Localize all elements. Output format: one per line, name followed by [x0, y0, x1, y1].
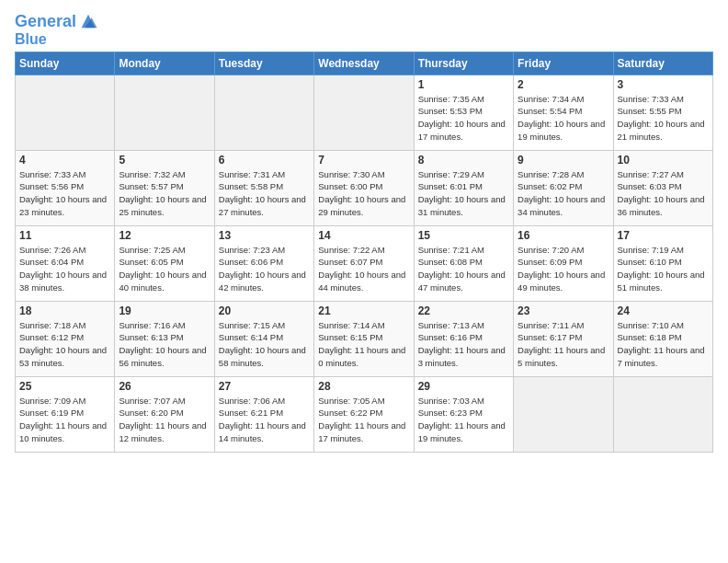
calendar-cell: 4 Sunrise: 7:33 AMSunset: 5:56 PMDayligh…: [16, 150, 115, 225]
calendar-cell: 20 Sunrise: 7:15 AMSunset: 6:14 PMDaylig…: [214, 301, 313, 376]
header-row: SundayMondayTuesdayWednesdayThursdayFrid…: [16, 52, 713, 75]
calendar-cell: 9 Sunrise: 7:28 AMSunset: 6:02 PMDayligh…: [514, 150, 613, 225]
week-row-0: 1 Sunrise: 7:35 AMSunset: 5:53 PMDayligh…: [16, 75, 713, 150]
calendar-cell: 19 Sunrise: 7:16 AMSunset: 6:13 PMDaylig…: [115, 301, 214, 376]
day-header-sunday: Sunday: [16, 52, 115, 75]
calendar-cell: 11 Sunrise: 7:26 AMSunset: 6:04 PMDaylig…: [16, 225, 115, 301]
day-number: 8: [418, 154, 509, 167]
day-number: 11: [19, 229, 110, 242]
day-info: Sunrise: 7:15 AMSunset: 6:14 PMDaylight:…: [219, 320, 306, 368]
week-row-3: 18 Sunrise: 7:18 AMSunset: 6:12 PMDaylig…: [16, 301, 713, 376]
calendar-cell: 6 Sunrise: 7:31 AMSunset: 5:58 PMDayligh…: [214, 150, 313, 225]
day-info: Sunrise: 7:09 AMSunset: 6:19 PMDaylight:…: [19, 396, 107, 443]
day-number: 18: [19, 304, 110, 317]
day-info: Sunrise: 7:05 AMSunset: 6:22 PMDaylight:…: [318, 396, 405, 443]
calendar-cell: 26 Sunrise: 7:07 AMSunset: 6:20 PMDaylig…: [115, 376, 214, 452]
calendar-cell: 13 Sunrise: 7:23 AMSunset: 6:06 PMDaylig…: [214, 225, 313, 301]
day-number: 2: [518, 78, 609, 91]
day-info: Sunrise: 7:13 AMSunset: 6:16 PMDaylight:…: [418, 320, 506, 368]
day-info: Sunrise: 7:32 AMSunset: 5:57 PMDaylight:…: [119, 169, 206, 217]
calendar-table: SundayMondayTuesdayWednesdayThursdayFrid…: [15, 52, 713, 453]
logo-icon: [78, 11, 98, 31]
page-container: General Blue SundayMondayTuesdayWednesda…: [0, 0, 728, 460]
day-info: Sunrise: 7:28 AMSunset: 6:02 PMDaylight:…: [518, 169, 605, 217]
day-number: 21: [318, 304, 409, 317]
day-info: Sunrise: 7:16 AMSunset: 6:13 PMDaylight:…: [119, 320, 206, 368]
day-header-tuesday: Tuesday: [214, 52, 313, 75]
day-info: Sunrise: 7:23 AMSunset: 6:06 PMDaylight:…: [219, 245, 306, 293]
day-number: 28: [318, 380, 409, 393]
day-info: Sunrise: 7:22 AMSunset: 6:07 PMDaylight:…: [318, 245, 405, 293]
calendar-cell: 17 Sunrise: 7:19 AMSunset: 6:10 PMDaylig…: [613, 225, 712, 301]
calendar-cell: 2 Sunrise: 7:34 AMSunset: 5:54 PMDayligh…: [514, 75, 613, 150]
week-row-4: 25 Sunrise: 7:09 AMSunset: 6:19 PMDaylig…: [16, 376, 713, 452]
calendar-cell: 7 Sunrise: 7:30 AMSunset: 6:00 PMDayligh…: [314, 150, 414, 225]
day-info: Sunrise: 7:25 AMSunset: 6:05 PMDaylight:…: [119, 245, 206, 293]
day-number: 10: [618, 154, 709, 167]
day-number: 16: [518, 229, 609, 242]
week-row-1: 4 Sunrise: 7:33 AMSunset: 5:56 PMDayligh…: [16, 150, 713, 225]
calendar-cell: [314, 75, 414, 150]
day-number: 13: [219, 229, 310, 242]
day-number: 26: [119, 380, 210, 393]
day-number: 3: [618, 78, 709, 91]
day-number: 1: [418, 78, 509, 91]
day-info: Sunrise: 7:29 AMSunset: 6:01 PMDaylight:…: [418, 169, 506, 217]
calendar-cell: [214, 75, 313, 150]
week-row-2: 11 Sunrise: 7:26 AMSunset: 6:04 PMDaylig…: [16, 225, 713, 301]
calendar-cell: 27 Sunrise: 7:06 AMSunset: 6:21 PMDaylig…: [214, 376, 313, 452]
day-info: Sunrise: 7:34 AMSunset: 5:54 PMDaylight:…: [518, 94, 605, 142]
calendar-cell: 22 Sunrise: 7:13 AMSunset: 6:16 PMDaylig…: [414, 301, 513, 376]
calendar-cell: 8 Sunrise: 7:29 AMSunset: 6:01 PMDayligh…: [414, 150, 513, 225]
day-info: Sunrise: 7:11 AMSunset: 6:17 PMDaylight:…: [518, 320, 605, 368]
day-header-friday: Friday: [514, 52, 613, 75]
day-number: 6: [219, 154, 310, 167]
day-info: Sunrise: 7:03 AMSunset: 6:23 PMDaylight:…: [418, 396, 506, 443]
day-number: 29: [418, 380, 509, 393]
day-number: 27: [219, 380, 310, 393]
calendar-cell: 14 Sunrise: 7:22 AMSunset: 6:07 PMDaylig…: [314, 225, 414, 301]
day-header-monday: Monday: [115, 52, 214, 75]
day-info: Sunrise: 7:33 AMSunset: 5:56 PMDaylight:…: [19, 169, 107, 217]
day-info: Sunrise: 7:07 AMSunset: 6:20 PMDaylight:…: [119, 396, 206, 443]
calendar-cell: [613, 376, 712, 452]
header: General Blue: [15, 9, 713, 48]
day-info: Sunrise: 7:20 AMSunset: 6:09 PMDaylight:…: [518, 245, 605, 293]
day-number: 25: [19, 380, 110, 393]
day-number: 9: [518, 154, 609, 167]
day-number: 23: [518, 304, 609, 317]
calendar-cell: 29 Sunrise: 7:03 AMSunset: 6:23 PMDaylig…: [414, 376, 513, 452]
day-number: 5: [119, 154, 210, 167]
calendar-header: SundayMondayTuesdayWednesdayThursdayFrid…: [16, 52, 713, 75]
logo: General Blue: [15, 13, 98, 48]
day-number: 24: [618, 304, 709, 317]
calendar-body: 1 Sunrise: 7:35 AMSunset: 5:53 PMDayligh…: [16, 75, 713, 452]
calendar-cell: 5 Sunrise: 7:32 AMSunset: 5:57 PMDayligh…: [115, 150, 214, 225]
day-info: Sunrise: 7:14 AMSunset: 6:15 PMDaylight:…: [318, 320, 405, 368]
calendar-cell: 24 Sunrise: 7:10 AMSunset: 6:18 PMDaylig…: [613, 301, 712, 376]
calendar-cell: 21 Sunrise: 7:14 AMSunset: 6:15 PMDaylig…: [314, 301, 414, 376]
day-number: 15: [418, 229, 509, 242]
calendar-cell: 18 Sunrise: 7:18 AMSunset: 6:12 PMDaylig…: [16, 301, 115, 376]
day-info: Sunrise: 7:18 AMSunset: 6:12 PMDaylight:…: [19, 320, 107, 368]
calendar-cell: 10 Sunrise: 7:27 AMSunset: 6:03 PMDaylig…: [613, 150, 712, 225]
day-number: 17: [618, 229, 709, 242]
day-number: 20: [219, 304, 310, 317]
day-number: 22: [418, 304, 509, 317]
day-number: 12: [119, 229, 210, 242]
logo-text-line1: General: [15, 13, 76, 31]
day-info: Sunrise: 7:31 AMSunset: 5:58 PMDaylight:…: [219, 169, 306, 217]
calendar-cell: 23 Sunrise: 7:11 AMSunset: 6:17 PMDaylig…: [514, 301, 613, 376]
day-info: Sunrise: 7:19 AMSunset: 6:10 PMDaylight:…: [618, 245, 705, 293]
calendar-cell: [16, 75, 115, 150]
day-info: Sunrise: 7:06 AMSunset: 6:21 PMDaylight:…: [219, 396, 306, 443]
day-header-wednesday: Wednesday: [314, 52, 414, 75]
calendar-cell: [514, 376, 613, 452]
calendar-cell: [115, 75, 214, 150]
day-info: Sunrise: 7:21 AMSunset: 6:08 PMDaylight:…: [418, 245, 506, 293]
logo-text-line2: Blue: [15, 31, 98, 48]
day-number: 4: [19, 154, 110, 167]
day-info: Sunrise: 7:26 AMSunset: 6:04 PMDaylight:…: [19, 245, 107, 293]
calendar-cell: 1 Sunrise: 7:35 AMSunset: 5:53 PMDayligh…: [414, 75, 513, 150]
day-number: 14: [318, 229, 409, 242]
